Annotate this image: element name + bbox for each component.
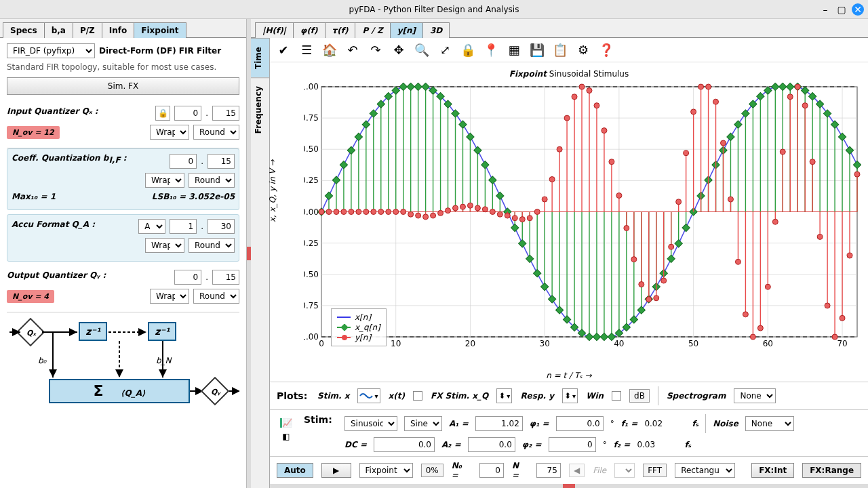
- win-check[interactable]: [612, 391, 621, 401]
- n0-input[interactable]: [479, 463, 504, 478]
- accu-mode[interactable]: A: [138, 219, 165, 234]
- svg-rect-99: [511, 224, 519, 231]
- a2-input[interactable]: [468, 437, 515, 452]
- minimize-button[interactable]: –: [819, 3, 831, 16]
- svg-rect-109: [548, 296, 555, 303]
- window-select[interactable]: Rectangu: [675, 463, 735, 478]
- accu-int[interactable]: [170, 219, 197, 234]
- lockaxis-icon[interactable]: 🔒: [461, 43, 475, 57]
- accu-rnd[interactable]: Round: [189, 238, 235, 253]
- move-icon[interactable]: ✥: [392, 43, 406, 57]
- topology-select[interactable]: FIR_DF (pyfixp): [7, 43, 95, 58]
- outq-frac[interactable]: [212, 270, 239, 285]
- tab-pz2[interactable]: P / Z: [355, 22, 390, 38]
- fxstim-mode[interactable]: ⬍▾: [496, 388, 512, 403]
- n-input[interactable]: [536, 463, 561, 478]
- redo-icon[interactable]: ↷: [369, 43, 382, 57]
- accu-ovf[interactable]: Wrap: [145, 238, 184, 253]
- coeffq-ovf[interactable]: Wrap: [145, 173, 184, 188]
- tab-ba[interactable]: b,a: [44, 22, 73, 38]
- svg-point-251: [534, 209, 540, 215]
- svg-point-193: [319, 209, 324, 215]
- list-icon[interactable]: ☰: [300, 43, 313, 57]
- tab-hf[interactable]: |H(f)|: [255, 22, 294, 38]
- coeffq-frac[interactable]: [208, 154, 235, 169]
- file-select[interactable]: [614, 463, 635, 478]
- coeffq-int[interactable]: [170, 154, 197, 169]
- svg-point-305: [735, 259, 741, 264]
- horizontal-splitter[interactable]: [270, 484, 868, 488]
- run-mode-select[interactable]: Fixpoint: [359, 463, 413, 478]
- fxrange-button[interactable]: FX:Range: [802, 463, 861, 478]
- svg-point-279: [639, 282, 644, 287]
- svg-point-333: [840, 315, 845, 321]
- inputq-ovf[interactable]: Wrap: [150, 125, 189, 140]
- svg-rect-73: [414, 83, 422, 90]
- tab-3d[interactable]: 3D: [422, 22, 450, 38]
- stim-tab-icon[interactable]: 📈: [280, 418, 292, 428]
- stim-wave[interactable]: Sine: [404, 416, 442, 431]
- svg-point-263: [579, 84, 585, 89]
- save-icon[interactable]: 💾: [530, 43, 544, 57]
- phi1-input[interactable]: [556, 416, 604, 431]
- inputq-int[interactable]: [174, 106, 201, 121]
- lock-icon[interactable]: 🔒: [155, 106, 170, 121]
- coeffq-lsb: LSB₁₀ = 3.052e-05: [152, 192, 235, 201]
- svg-point-327: [817, 234, 823, 239]
- tab-fixpoint[interactable]: Fixpoint: [134, 22, 186, 38]
- svg-point-243: [505, 213, 510, 218]
- inputq-frac[interactable]: [212, 106, 239, 121]
- sim-fx-button[interactable]: Sim. FX: [7, 77, 239, 95]
- stimx-mode[interactable]: ▾: [357, 388, 380, 403]
- svg-rect-157: [727, 133, 734, 140]
- tab-phi[interactable]: φ(f): [293, 22, 326, 38]
- a1-input[interactable]: [475, 416, 523, 431]
- stim-tab-icon2[interactable]: ◧: [282, 432, 290, 441]
- svg-point-207: [371, 209, 376, 215]
- progress: 0%: [421, 464, 443, 477]
- tab-specs[interactable]: Specs: [3, 22, 45, 38]
- clipboard-icon[interactable]: 📋: [553, 43, 567, 57]
- svg-rect-117: [578, 329, 585, 337]
- outq-ovf[interactable]: Wrap: [150, 289, 189, 304]
- tab-yn[interactable]: y[n]: [390, 22, 423, 38]
- vtab-frequency[interactable]: Frequency: [251, 77, 269, 142]
- home-icon[interactable]: 🏠: [323, 43, 336, 57]
- check-icon[interactable]: ✔: [277, 43, 290, 57]
- outq-rnd[interactable]: Round: [193, 289, 239, 304]
- stim-type[interactable]: Sinusoid: [344, 416, 397, 431]
- close-button[interactable]: ✕: [852, 3, 864, 16]
- svg-point-335: [847, 253, 852, 258]
- zoom-icon[interactable]: 🔍: [415, 43, 429, 57]
- auto-button[interactable]: Auto: [277, 463, 313, 478]
- fxint-button[interactable]: FX:Int: [751, 463, 794, 478]
- maximize-button[interactable]: ▢: [835, 3, 848, 16]
- svg-rect-159: [734, 121, 742, 128]
- coeffq-rnd[interactable]: Round: [189, 173, 235, 188]
- fft-button[interactable]: FFT: [643, 464, 667, 477]
- xt-check[interactable]: [413, 391, 422, 401]
- tab-tau[interactable]: τ(f): [325, 22, 356, 38]
- help-icon[interactable]: ❓: [599, 43, 613, 57]
- accu-frac[interactable]: [208, 219, 235, 234]
- vtab-time[interactable]: Time: [251, 38, 269, 77]
- play-button[interactable]: ▶: [321, 463, 351, 478]
- inputq-rnd[interactable]: Round: [193, 125, 239, 140]
- expand-icon[interactable]: ⤢: [438, 43, 452, 57]
- grid-icon[interactable]: ▦: [507, 43, 521, 57]
- figure[interactable]: Fixpoint Sinusoidal Stimulus x, x_Q, y i…: [270, 62, 868, 382]
- tab-pz[interactable]: P/Z: [73, 22, 102, 38]
- dc-input[interactable]: [374, 437, 435, 452]
- tab-info[interactable]: Info: [102, 22, 134, 38]
- settings-icon[interactable]: ⚙: [576, 43, 590, 57]
- noise-select[interactable]: None: [745, 416, 794, 431]
- respy-mode[interactable]: ⬍▾: [562, 388, 578, 403]
- marker-icon[interactable]: 📍: [484, 43, 498, 57]
- spectrogram-select[interactable]: None: [734, 388, 776, 403]
- svg-rect-169: [772, 83, 779, 90]
- outq-int[interactable]: [174, 270, 201, 285]
- svg-rect-173: [787, 83, 794, 90]
- phi2-input[interactable]: [549, 437, 596, 452]
- db-toggle[interactable]: dB: [629, 389, 650, 403]
- undo-icon[interactable]: ↶: [346, 43, 359, 57]
